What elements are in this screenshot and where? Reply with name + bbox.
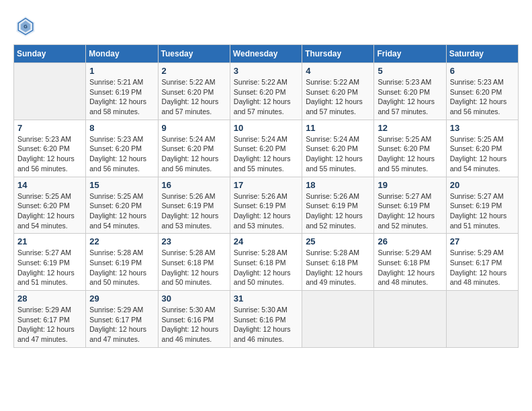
day-number: 24 bbox=[234, 236, 298, 246]
day-number: 31 bbox=[234, 293, 298, 304]
calendar-cell: 30Sunrise: 5:30 AM Sunset: 6:16 PM Dayli… bbox=[158, 291, 230, 348]
calendar-cell bbox=[302, 291, 374, 348]
calendar-cell: 25Sunrise: 5:28 AM Sunset: 6:18 PM Dayli… bbox=[302, 234, 374, 291]
day-info: Sunrise: 5:29 AM Sunset: 6:17 PM Dayligh… bbox=[89, 305, 154, 345]
calendar-cell: 2Sunrise: 5:22 AM Sunset: 6:20 PM Daylig… bbox=[158, 63, 230, 120]
day-number: 12 bbox=[378, 123, 442, 133]
calendar-cell: 18Sunrise: 5:26 AM Sunset: 6:19 PM Dayli… bbox=[302, 177, 374, 234]
day-info: Sunrise: 5:25 AM Sunset: 6:20 PM Dayligh… bbox=[378, 134, 442, 174]
calendar-table: SundayMondayTuesdayWednesdayThursdayFrid… bbox=[13, 44, 519, 348]
calendar-cell: 28Sunrise: 5:29 AM Sunset: 6:17 PM Dayli… bbox=[14, 291, 86, 348]
day-info: Sunrise: 5:29 AM Sunset: 6:17 PM Dayligh… bbox=[450, 248, 515, 287]
day-info: Sunrise: 5:23 AM Sunset: 6:20 PM Dayligh… bbox=[450, 77, 515, 117]
day-number: 3 bbox=[234, 66, 298, 76]
day-number: 8 bbox=[89, 123, 154, 133]
calendar-cell: 22Sunrise: 5:28 AM Sunset: 6:19 PM Dayli… bbox=[86, 234, 158, 291]
day-number: 1 bbox=[89, 66, 154, 76]
day-number: 13 bbox=[450, 123, 515, 133]
calendar-cell: 7Sunrise: 5:23 AM Sunset: 6:20 PM Daylig… bbox=[14, 120, 86, 177]
calendar-week-4: 21Sunrise: 5:27 AM Sunset: 6:19 PM Dayli… bbox=[14, 234, 519, 291]
calendar-cell: 23Sunrise: 5:28 AM Sunset: 6:18 PM Dayli… bbox=[158, 234, 230, 291]
calendar-cell bbox=[374, 291, 446, 348]
calendar-cell: 21Sunrise: 5:27 AM Sunset: 6:19 PM Dayli… bbox=[14, 234, 86, 291]
calendar-cell: 11Sunrise: 5:24 AM Sunset: 6:20 PM Dayli… bbox=[302, 120, 374, 177]
day-info: Sunrise: 5:22 AM Sunset: 6:20 PM Dayligh… bbox=[306, 77, 370, 117]
column-header-monday: Monday bbox=[86, 45, 158, 63]
day-number: 21 bbox=[17, 236, 82, 246]
day-info: Sunrise: 5:21 AM Sunset: 6:19 PM Dayligh… bbox=[89, 77, 154, 117]
column-header-wednesday: Wednesday bbox=[230, 45, 302, 63]
day-number: 6 bbox=[450, 66, 515, 76]
calendar-cell: 14Sunrise: 5:25 AM Sunset: 6:20 PM Dayli… bbox=[14, 177, 86, 234]
day-info: Sunrise: 5:23 AM Sunset: 6:20 PM Dayligh… bbox=[378, 77, 442, 117]
calendar-cell: 19Sunrise: 5:27 AM Sunset: 6:19 PM Dayli… bbox=[374, 177, 446, 234]
day-number: 26 bbox=[378, 236, 442, 246]
calendar-cell: 13Sunrise: 5:25 AM Sunset: 6:20 PM Dayli… bbox=[446, 120, 518, 177]
calendar-cell: 12Sunrise: 5:25 AM Sunset: 6:20 PM Dayli… bbox=[374, 120, 446, 177]
day-info: Sunrise: 5:30 AM Sunset: 6:16 PM Dayligh… bbox=[162, 305, 226, 345]
day-number: 22 bbox=[89, 236, 154, 246]
calendar-cell: 20Sunrise: 5:27 AM Sunset: 6:19 PM Dayli… bbox=[446, 177, 518, 234]
calendar-cell: 29Sunrise: 5:29 AM Sunset: 6:17 PM Dayli… bbox=[86, 291, 158, 348]
calendar-body: 1Sunrise: 5:21 AM Sunset: 6:19 PM Daylig… bbox=[14, 63, 519, 348]
day-info: Sunrise: 5:22 AM Sunset: 6:20 PM Dayligh… bbox=[162, 77, 226, 117]
day-info: Sunrise: 5:25 AM Sunset: 6:20 PM Dayligh… bbox=[89, 191, 154, 231]
calendar-cell: 6Sunrise: 5:23 AM Sunset: 6:20 PM Daylig… bbox=[446, 63, 518, 120]
day-number: 11 bbox=[306, 123, 370, 133]
day-number: 2 bbox=[162, 66, 226, 76]
day-info: Sunrise: 5:30 AM Sunset: 6:16 PM Dayligh… bbox=[234, 305, 298, 345]
day-info: Sunrise: 5:24 AM Sunset: 6:20 PM Dayligh… bbox=[234, 134, 298, 174]
day-info: Sunrise: 5:22 AM Sunset: 6:20 PM Dayligh… bbox=[234, 77, 298, 117]
day-info: Sunrise: 5:27 AM Sunset: 6:19 PM Dayligh… bbox=[450, 191, 515, 231]
calendar-cell: 4Sunrise: 5:22 AM Sunset: 6:20 PM Daylig… bbox=[302, 63, 374, 120]
day-info: Sunrise: 5:28 AM Sunset: 6:18 PM Dayligh… bbox=[306, 248, 370, 287]
day-number: 7 bbox=[17, 123, 82, 133]
day-number: 16 bbox=[162, 180, 226, 190]
day-number: 18 bbox=[306, 180, 370, 190]
day-info: Sunrise: 5:24 AM Sunset: 6:20 PM Dayligh… bbox=[306, 134, 370, 174]
calendar-cell bbox=[14, 63, 86, 120]
day-info: Sunrise: 5:28 AM Sunset: 6:19 PM Dayligh… bbox=[89, 248, 154, 287]
calendar-cell: 9Sunrise: 5:24 AM Sunset: 6:20 PM Daylig… bbox=[158, 120, 230, 177]
svg-text:G: G bbox=[24, 24, 28, 30]
calendar-cell: 24Sunrise: 5:28 AM Sunset: 6:18 PM Dayli… bbox=[230, 234, 302, 291]
calendar-cell: 1Sunrise: 5:21 AM Sunset: 6:19 PM Daylig… bbox=[86, 63, 158, 120]
day-info: Sunrise: 5:24 AM Sunset: 6:20 PM Dayligh… bbox=[162, 134, 226, 174]
day-number: 30 bbox=[162, 293, 226, 304]
day-number: 25 bbox=[306, 236, 370, 246]
day-number: 5 bbox=[378, 66, 442, 76]
day-info: Sunrise: 5:23 AM Sunset: 6:20 PM Dayligh… bbox=[89, 134, 154, 174]
day-number: 20 bbox=[450, 180, 515, 190]
day-number: 10 bbox=[234, 123, 298, 133]
day-number: 4 bbox=[306, 66, 370, 76]
day-info: Sunrise: 5:25 AM Sunset: 6:20 PM Dayligh… bbox=[450, 134, 515, 174]
day-info: Sunrise: 5:27 AM Sunset: 6:19 PM Dayligh… bbox=[17, 248, 82, 287]
column-header-tuesday: Tuesday bbox=[158, 45, 230, 63]
calendar-week-1: 1Sunrise: 5:21 AM Sunset: 6:19 PM Daylig… bbox=[14, 63, 519, 120]
day-number: 23 bbox=[162, 236, 226, 246]
calendar-cell: 17Sunrise: 5:26 AM Sunset: 6:19 PM Dayli… bbox=[230, 177, 302, 234]
calendar-week-2: 7Sunrise: 5:23 AM Sunset: 6:20 PM Daylig… bbox=[14, 120, 519, 177]
calendar-cell: 5Sunrise: 5:23 AM Sunset: 6:20 PM Daylig… bbox=[374, 63, 446, 120]
day-info: Sunrise: 5:29 AM Sunset: 6:18 PM Dayligh… bbox=[378, 248, 442, 287]
day-info: Sunrise: 5:28 AM Sunset: 6:18 PM Dayligh… bbox=[162, 248, 226, 287]
calendar-cell: 27Sunrise: 5:29 AM Sunset: 6:17 PM Dayli… bbox=[446, 234, 518, 291]
day-number: 28 bbox=[17, 293, 82, 304]
calendar-header-row: SundayMondayTuesdayWednesdayThursdayFrid… bbox=[14, 45, 519, 63]
calendar-cell: 16Sunrise: 5:26 AM Sunset: 6:19 PM Dayli… bbox=[158, 177, 230, 234]
day-info: Sunrise: 5:26 AM Sunset: 6:19 PM Dayligh… bbox=[162, 191, 226, 231]
column-header-thursday: Thursday bbox=[302, 45, 374, 63]
day-number: 19 bbox=[378, 180, 442, 190]
column-header-saturday: Saturday bbox=[446, 45, 518, 63]
day-info: Sunrise: 5:25 AM Sunset: 6:20 PM Dayligh… bbox=[17, 191, 82, 231]
column-header-friday: Friday bbox=[374, 45, 446, 63]
calendar-week-3: 14Sunrise: 5:25 AM Sunset: 6:20 PM Dayli… bbox=[14, 177, 519, 234]
page-header: G bbox=[13, 13, 519, 38]
calendar-cell: 15Sunrise: 5:25 AM Sunset: 6:20 PM Dayli… bbox=[86, 177, 158, 234]
logo: G bbox=[13, 13, 42, 38]
calendar-cell: 3Sunrise: 5:22 AM Sunset: 6:20 PM Daylig… bbox=[230, 63, 302, 120]
day-info: Sunrise: 5:26 AM Sunset: 6:19 PM Dayligh… bbox=[306, 191, 370, 231]
calendar-cell: 8Sunrise: 5:23 AM Sunset: 6:20 PM Daylig… bbox=[86, 120, 158, 177]
calendar-cell: 26Sunrise: 5:29 AM Sunset: 6:18 PM Dayli… bbox=[374, 234, 446, 291]
day-number: 15 bbox=[89, 180, 154, 190]
